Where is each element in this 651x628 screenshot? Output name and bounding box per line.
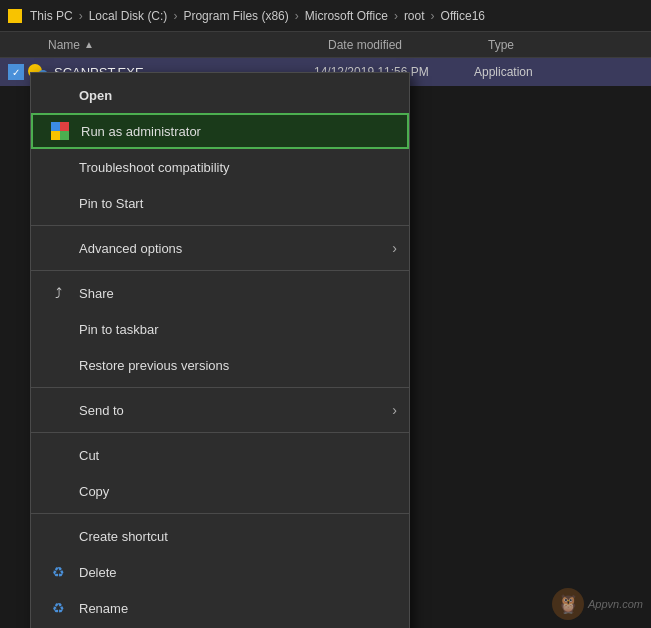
ctx-share-label: Share (79, 286, 397, 301)
ctx-run-as-admin-label: Run as administrator (81, 124, 395, 139)
col-type-header[interactable]: Type (488, 38, 651, 52)
ctx-troubleshoot[interactable]: Troubleshoot compatibility (31, 149, 409, 185)
share-symbol-icon: ⤴ (55, 285, 62, 301)
ctx-restore-icon (47, 354, 69, 376)
shield-green (60, 131, 69, 140)
shield-yellow (51, 131, 60, 140)
address-segment-msoffice[interactable]: Microsoft Office (305, 9, 388, 23)
ctx-delete-recycle-icon: ♻ (47, 561, 69, 583)
shield-quadrant-icon (51, 122, 69, 140)
ctx-sep-3 (31, 387, 409, 388)
ctx-send-to-icon (47, 399, 69, 421)
ctx-advanced-options[interactable]: Advanced options › (31, 230, 409, 266)
ctx-delete-label: Delete (79, 565, 397, 580)
shield-red (60, 122, 69, 131)
ctx-rename-icon: ♻ (47, 597, 69, 619)
ctx-pin-start[interactable]: Pin to Start (31, 185, 409, 221)
ctx-rename[interactable]: ♻ Rename (31, 590, 409, 626)
ctx-pin-taskbar-icon (47, 318, 69, 340)
ctx-restore-versions[interactable]: Restore previous versions (31, 347, 409, 383)
explorer-window: This PC › Local Disk (C:) › Program File… (0, 0, 651, 628)
ctx-copy[interactable]: Copy (31, 473, 409, 509)
ctx-open[interactable]: Open (31, 77, 409, 113)
address-bar: This PC › Local Disk (C:) › Program File… (0, 0, 651, 32)
address-segment-programfiles[interactable]: Program Files (x86) (183, 9, 288, 23)
ctx-sep-4 (31, 432, 409, 433)
ctx-sep-5 (31, 513, 409, 514)
context-menu: Open Run as administrator Troubleshoot c… (30, 72, 410, 628)
ctx-send-to-arrow-icon: › (392, 402, 397, 418)
watermark: 🦉 Appvn.com (552, 588, 643, 620)
address-sep-4: › (394, 9, 398, 23)
ctx-create-shortcut-label: Create shortcut (79, 529, 397, 544)
ctx-pin-start-label: Pin to Start (79, 196, 397, 211)
ctx-sep-1 (31, 225, 409, 226)
file-type: Application (474, 65, 533, 79)
ctx-copy-icon (47, 480, 69, 502)
address-segment-localdisk[interactable]: Local Disk (C:) (89, 9, 168, 23)
ctx-sep-2 (31, 270, 409, 271)
address-sep-5: › (431, 9, 435, 23)
col-date-header[interactable]: Date modified (328, 38, 488, 52)
ctx-run-as-admin[interactable]: Run as administrator (31, 113, 409, 149)
ctx-share-icon: ⤴ (47, 282, 69, 304)
address-bar-inner: This PC › Local Disk (C:) › Program File… (8, 9, 485, 23)
ctx-rename-label: Rename (79, 601, 397, 616)
ctx-pin-start-icon (47, 192, 69, 214)
address-sep-3: › (295, 9, 299, 23)
ctx-pin-taskbar[interactable]: Pin to taskbar (31, 311, 409, 347)
ctx-open-icon (47, 84, 69, 106)
ctx-send-to-label: Send to (79, 403, 392, 418)
watermark-owl-icon: 🦉 (552, 588, 584, 620)
ctx-cut-icon (47, 444, 69, 466)
ctx-pin-taskbar-label: Pin to taskbar (79, 322, 397, 337)
ctx-run-as-admin-shield-icon (49, 120, 71, 142)
ctx-advanced-label: Advanced options (79, 241, 392, 256)
rename-symbol-icon: ♻ (52, 600, 65, 616)
ctx-restore-label: Restore previous versions (79, 358, 397, 373)
recycle-symbol-icon: ♻ (52, 564, 65, 580)
address-segment-office16[interactable]: Office16 (441, 9, 485, 23)
ctx-advanced-arrow-icon: › (392, 240, 397, 256)
ctx-troubleshoot-label: Troubleshoot compatibility (79, 160, 397, 175)
column-headers: Name ▲ Date modified Type (0, 32, 651, 58)
ctx-open-label: Open (79, 88, 397, 103)
col-name-label: Name (48, 38, 80, 52)
address-segment-thispc[interactable]: This PC (30, 9, 73, 23)
ctx-share[interactable]: ⤴ Share (31, 275, 409, 311)
address-sep-2: › (173, 9, 177, 23)
address-segment-root[interactable]: root (404, 9, 425, 23)
address-sep-1: › (79, 9, 83, 23)
ctx-cut-label: Cut (79, 448, 397, 463)
ctx-troubleshoot-icon (47, 156, 69, 178)
ctx-create-shortcut[interactable]: Create shortcut (31, 518, 409, 554)
ctx-cut[interactable]: Cut (31, 437, 409, 473)
windows-icon (8, 9, 22, 23)
ctx-send-to[interactable]: Send to › (31, 392, 409, 428)
ctx-delete[interactable]: ♻ Delete (31, 554, 409, 590)
ctx-copy-label: Copy (79, 484, 397, 499)
ctx-advanced-icon (47, 237, 69, 259)
sort-arrow-icon: ▲ (84, 39, 94, 50)
watermark-text: Appvn.com (588, 598, 643, 610)
col-name-header[interactable]: Name ▲ (48, 38, 328, 52)
ctx-create-shortcut-icon (47, 525, 69, 547)
shield-blue (51, 122, 60, 131)
file-checkbox[interactable] (8, 64, 24, 80)
